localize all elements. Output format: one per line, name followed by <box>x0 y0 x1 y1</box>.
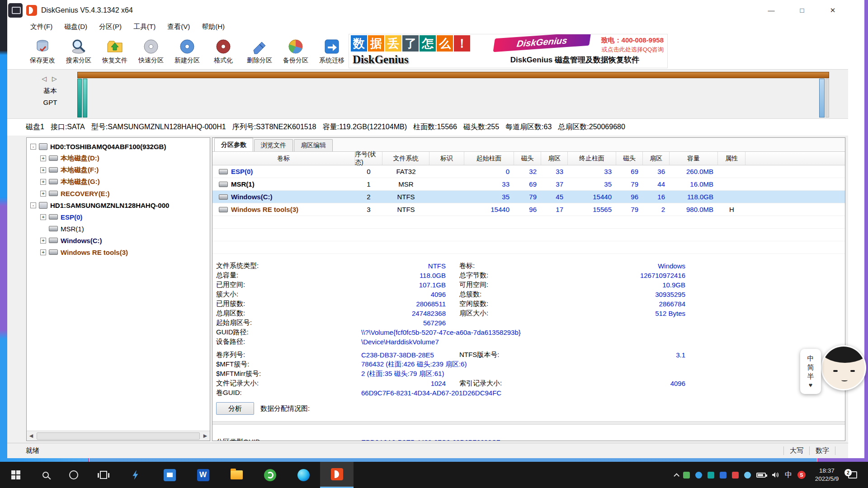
taskbar-app-word[interactable]: W <box>186 462 220 488</box>
partition-row-esp[interactable]: ESP(0) 0 FAT32 0 32 33 33 69 36 260.0MB <box>212 165 845 178</box>
taskbar-app-store[interactable] <box>153 462 186 488</box>
col-end-cyl[interactable]: 终止柱面 <box>568 152 616 165</box>
partition-row-windows-c-selected[interactable]: Windows(C:) 2 NTFS 35 79 45 15440 96 16 … <box>212 191 845 203</box>
sogou-icon[interactable]: S <box>797 471 806 479</box>
search-partition-button[interactable]: 搜索分区 <box>61 33 97 69</box>
tree-horizontal-scrollbar[interactable]: ◀ ▶ <box>27 431 210 441</box>
col-end-sector[interactable]: 扇区 <box>643 152 670 165</box>
partition-block-msr[interactable] <box>83 79 87 117</box>
tray-icon-5[interactable] <box>732 472 739 479</box>
menu-tools[interactable]: 工具(T) <box>127 23 161 31</box>
menu-help[interactable]: 帮助(H) <box>196 23 231 31</box>
col-attr[interactable]: 属性 <box>718 152 745 165</box>
tree-item-recovery-e[interactable]: + RECOVERY(E:) <box>27 188 210 199</box>
quick-partition-button[interactable]: 快速分区 <box>133 33 169 69</box>
tree-item-local-g[interactable]: + 本地磁盘(G:) <box>27 176 210 188</box>
partition-block-esp[interactable] <box>77 79 82 117</box>
tray-icon-2[interactable] <box>695 472 702 479</box>
heart-icon[interactable]: ♥ <box>809 381 812 389</box>
collapse-icon[interactable]: - <box>30 144 36 150</box>
col-volume[interactable]: 卷标 <box>212 152 355 165</box>
system-migration-button[interactable]: 系统迁移 <box>314 33 350 69</box>
taskbar-search-button[interactable] <box>32 462 60 488</box>
tree-item-local-f[interactable]: + 本地磁盘(F:) <box>27 164 210 176</box>
menu-view[interactable]: 查看(V) <box>161 23 196 31</box>
format-button[interactable]: 格式化 <box>205 33 241 69</box>
expand-icon[interactable]: + <box>40 238 46 244</box>
tree-item-local-d[interactable]: + 本地磁盘(D:) <box>27 152 210 164</box>
collapse-icon[interactable]: - <box>30 202 36 208</box>
tray-icon-4[interactable] <box>720 472 726 479</box>
delete-partition-button[interactable]: 删除分区 <box>241 33 278 69</box>
expand-icon[interactable]: + <box>40 249 46 255</box>
col-start-sector[interactable]: 扇区 <box>541 152 568 165</box>
ad-qq-link[interactable]: 或点击此处选择QQ咨询 <box>602 46 664 54</box>
tray-icon-snowflake[interactable] <box>744 472 751 479</box>
ime-halfwidth-toggle[interactable]: 半 <box>807 372 814 381</box>
disk-capacity-band[interactable] <box>77 72 829 78</box>
cortana-button[interactable] <box>60 462 88 488</box>
sticker-avatar[interactable] <box>821 345 866 390</box>
new-partition-button[interactable]: 新建分区 <box>169 33 205 69</box>
expand-icon[interactable]: + <box>40 179 46 185</box>
task-view-button[interactable] <box>88 462 119 488</box>
scrollbar-thumb[interactable] <box>37 432 200 440</box>
menu-partition[interactable]: 分区(P) <box>93 23 127 31</box>
taskbar-app-explorer[interactable] <box>220 462 253 488</box>
col-fs[interactable]: 文件系统 <box>382 152 429 165</box>
ime-simplified-toggle[interactable]: 简 <box>807 363 814 372</box>
tab-browse-files[interactable]: 浏览文件 <box>254 139 293 151</box>
expand-icon[interactable]: + <box>40 167 46 173</box>
col-capacity[interactable]: 容量 <box>670 152 718 165</box>
expand-icon[interactable]: + <box>40 155 46 161</box>
hidden-icons-chevron[interactable] <box>674 473 679 479</box>
tree-item-windows-c[interactable]: + Windows(C:) <box>27 235 210 246</box>
volume-icon[interactable] <box>771 471 779 479</box>
taskbar-clock[interactable]: 18:37 2022/5/9 <box>811 467 843 483</box>
ime-lang-toggle[interactable]: 中 <box>807 354 814 363</box>
scroll-right-icon[interactable]: ▶ <box>201 433 210 439</box>
recover-files-button[interactable]: 恢复文件 <box>97 33 133 69</box>
partition-block-winre[interactable] <box>819 79 825 117</box>
start-button[interactable] <box>0 462 32 488</box>
disk-prev-icon[interactable]: ◁ <box>42 75 48 82</box>
minimize-button[interactable]: — <box>756 0 787 20</box>
tree-item-winre[interactable]: + Windows RE tools(3) <box>27 246 210 258</box>
scroll-left-icon[interactable]: ◀ <box>27 433 36 439</box>
taskbar-app-browser360[interactable] <box>253 462 287 488</box>
partition-row-winre[interactable]: Windows RE tools(3) 3 NTFS 15440 96 17 1… <box>212 203 845 216</box>
maximize-button[interactable]: □ <box>787 0 817 20</box>
save-changes-button[interactable]: 保存更改 <box>24 33 61 69</box>
menu-file[interactable]: 文件(F) <box>24 23 58 31</box>
expand-icon[interactable]: + <box>40 191 46 197</box>
taskbar-app-flash[interactable] <box>119 462 153 488</box>
tree-item-esp[interactable]: + ESP(0) <box>27 211 210 223</box>
ime-indicator[interactable]: 中 <box>785 470 792 480</box>
tree-item-msr[interactable]: MSR(1) <box>27 223 210 235</box>
analyze-button[interactable]: 分析 <box>216 402 254 415</box>
tray-icon-1[interactable] <box>683 472 690 479</box>
col-seq[interactable]: 序号(状态) <box>355 152 382 165</box>
col-start-head[interactable]: 磁头 <box>514 152 541 165</box>
tab-partition-params[interactable]: 分区参数 <box>214 138 253 151</box>
tree-item-hd1[interactable]: - HD1:SAMSUNGMZNLN128HAHQ-000 <box>27 199 210 211</box>
col-end-head[interactable]: 磁头 <box>616 152 643 165</box>
taskbar-app-diskgenius-active[interactable] <box>320 462 354 488</box>
panel-splitter[interactable] <box>212 421 845 425</box>
backup-partition-button[interactable]: 备份分区 <box>278 33 314 69</box>
tree-item-hd0[interactable]: - HD0:TOSHIBAMQ04ABF100(932GB) <box>27 141 210 152</box>
col-start-cyl[interactable]: 起始柱面 <box>464 152 514 165</box>
ime-float-widget[interactable]: 中 简 半 ♥ <box>800 349 821 394</box>
expand-icon[interactable]: + <box>40 214 46 220</box>
disk-next-icon[interactable]: ▷ <box>52 75 59 82</box>
notification-center-icon[interactable]: 2 <box>848 471 857 479</box>
col-flag[interactable]: 标识 <box>429 152 464 165</box>
close-button[interactable]: ✕ <box>817 0 848 20</box>
menu-disk[interactable]: 磁盘(D) <box>58 23 93 31</box>
battery-icon[interactable] <box>756 473 766 478</box>
tray-icon-3[interactable] <box>708 472 714 479</box>
taskbar-app-edge[interactable] <box>287 462 320 488</box>
tab-sector-edit[interactable]: 扇区编辑 <box>294 139 333 151</box>
partition-row-msr[interactable]: MSR(1) 1 MSR 33 69 37 35 79 44 16.0MB <box>212 178 845 191</box>
ad-banner[interactable]: 数 据 丢 了 怎 么 ！ DiskGenius DiskGenius 致电：4… <box>349 34 668 68</box>
